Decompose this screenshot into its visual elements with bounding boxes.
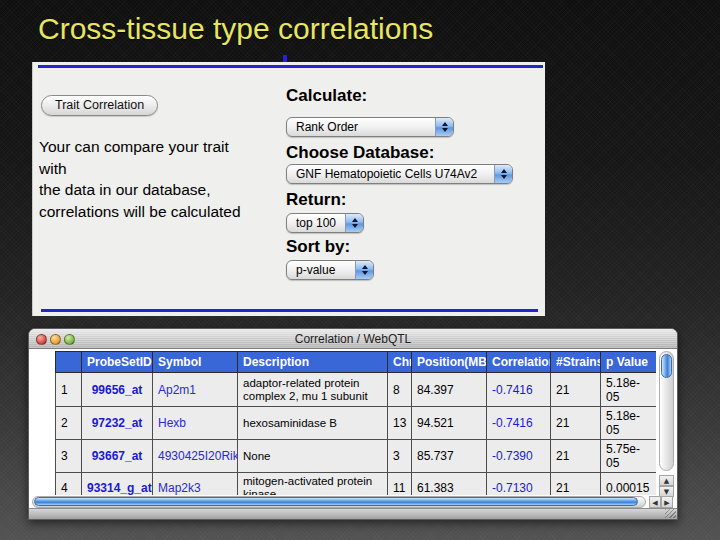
- correlation-link[interactable]: -0.7390: [487, 440, 551, 473]
- trait-correlation-button[interactable]: Trait Correlation: [41, 95, 158, 116]
- description-cell: adaptor-related protein complex 2, mu 1 …: [238, 373, 388, 407]
- symbol-link[interactable]: 4930425I20Rik: [153, 440, 238, 473]
- pvalue-cell: 0.00015: [601, 473, 657, 496]
- probeset-link[interactable]: 93314_g_at: [82, 473, 153, 496]
- sort-by-select-value: p-value: [296, 263, 335, 277]
- strains-cell: 21: [551, 373, 601, 407]
- header-pvalue: p Value: [601, 352, 657, 373]
- table-container: ProbeSetID Symbol Description Chr Positi…: [55, 351, 656, 495]
- vertical-scrollbar[interactable]: [659, 351, 674, 471]
- stepper-icon: [435, 118, 453, 136]
- row-index: 2: [56, 407, 82, 440]
- stepper-icon: [355, 261, 373, 279]
- return-label: Return:: [286, 190, 346, 210]
- table-row: 2 97232_at Hexb hexosaminidase B 13 94.5…: [56, 407, 657, 440]
- sort-by-label: Sort by:: [286, 237, 350, 257]
- position-cell: 84.397: [412, 373, 487, 407]
- row-index: 4: [56, 473, 82, 496]
- table-row: 3 93667_at 4930425I20Rik None 3 85.737 -…: [56, 440, 657, 473]
- scroll-up-icon[interactable]: ▲: [659, 475, 674, 486]
- position-cell: 61.383: [412, 473, 487, 496]
- window-title: Correlation / WebQTL: [29, 332, 677, 346]
- horizontal-scroll-arrows: ◀ ▶: [649, 496, 673, 508]
- vertical-scroll-arrows: ▲ ▼: [659, 475, 674, 497]
- stepper-icon: [345, 214, 363, 232]
- table-row: 1 99656_at Ap2m1 adaptor-related protein…: [56, 373, 657, 407]
- chr-cell: 3: [388, 440, 412, 473]
- symbol-link[interactable]: Map2k3: [153, 473, 238, 496]
- return-select[interactable]: top 100: [286, 213, 364, 233]
- calculate-select[interactable]: Rank Order: [286, 117, 454, 137]
- chr-cell: 11: [388, 473, 412, 496]
- correlation-results-table: ProbeSetID Symbol Description Chr Positi…: [55, 351, 656, 495]
- correlation-link[interactable]: -0.7416: [487, 373, 551, 407]
- header-index: [56, 352, 82, 373]
- row-index: 1: [56, 373, 82, 407]
- description-line: with: [39, 158, 289, 180]
- correlation-link[interactable]: -0.7416: [487, 407, 551, 440]
- description-cell: hexosaminidase B: [238, 407, 388, 440]
- stepper-icon: [494, 165, 512, 183]
- strains-cell: 21: [551, 407, 601, 440]
- position-cell: 85.737: [412, 440, 487, 473]
- chr-cell: 13: [388, 407, 412, 440]
- resize-grip[interactable]: [665, 509, 676, 518]
- description-line: Your can compare your trait: [39, 136, 289, 158]
- strains-cell: 21: [551, 440, 601, 473]
- slide-background: Cross-tissue type correlations Trait Cor…: [0, 0, 720, 540]
- header-position: Position(MB): [412, 352, 487, 373]
- header-chr: Chr: [388, 352, 412, 373]
- form-fields: Calculate: Rank Order Choose Database: G…: [286, 62, 541, 316]
- table-row: 4 93314_g_at Map2k3 mitogen-activated pr…: [56, 473, 657, 496]
- horizontal-scrollbar[interactable]: [32, 496, 646, 508]
- window-titlebar[interactable]: Correlation / WebQTL: [29, 329, 677, 349]
- pvalue-cell: 5.18e-05: [601, 373, 657, 407]
- description-cell: None: [238, 440, 388, 473]
- position-cell: 94.521: [412, 407, 487, 440]
- horizontal-scrollbar-thumb[interactable]: [34, 497, 638, 506]
- header-description: Description: [238, 352, 388, 373]
- slide-title: Cross-tissue type correlations: [38, 12, 433, 46]
- row-index: 3: [56, 440, 82, 473]
- description-line: the data in our database,: [39, 179, 289, 201]
- return-select-value: top 100: [296, 216, 336, 230]
- scroll-left-icon[interactable]: ◀: [649, 496, 661, 508]
- description-line: correlations will be calculated: [39, 201, 289, 223]
- form-description: Your can compare your trait with the dat…: [39, 136, 289, 222]
- pvalue-cell: 5.18e-05: [601, 407, 657, 440]
- correlation-link[interactable]: -0.7130: [487, 473, 551, 496]
- header-probesetid: ProbeSetID: [82, 352, 153, 373]
- window-bottom-edge: [29, 508, 677, 519]
- database-select-value: GNF Hematopoietic Cells U74Av2: [296, 167, 477, 181]
- scroll-right-icon[interactable]: ▶: [661, 496, 673, 508]
- probeset-link[interactable]: 93667_at: [82, 440, 153, 473]
- strains-cell: 21: [551, 473, 601, 496]
- header-symbol: Symbol: [153, 352, 238, 373]
- header-correlation: Correlation: [487, 352, 551, 373]
- probeset-link[interactable]: 97232_at: [82, 407, 153, 440]
- database-select[interactable]: GNF Hematopoietic Cells U74Av2: [286, 164, 513, 184]
- correlation-form-panel: Trait Correlation Your can compare your …: [32, 62, 545, 316]
- calculate-select-value: Rank Order: [296, 120, 358, 134]
- symbol-link[interactable]: Ap2m1: [153, 373, 238, 407]
- description-cell: mitogen-activated protein kinase: [238, 473, 388, 496]
- table-header-row: ProbeSetID Symbol Description Chr Positi…: [56, 352, 657, 373]
- choose-database-label: Choose Database:: [286, 143, 434, 163]
- symbol-link[interactable]: Hexb: [153, 407, 238, 440]
- sort-by-select[interactable]: p-value: [286, 260, 374, 280]
- pvalue-cell: 5.75e-05: [601, 440, 657, 473]
- calculate-label: Calculate:: [286, 86, 367, 106]
- probeset-link[interactable]: 99656_at: [82, 373, 153, 407]
- header-strains: #Strains: [551, 352, 601, 373]
- window-content: ProbeSetID Symbol Description Chr Positi…: [29, 349, 677, 519]
- chr-cell: 8: [388, 373, 412, 407]
- vertical-scrollbar-thumb[interactable]: [661, 354, 672, 378]
- correlation-window: Correlation / WebQTL ProbeSetID Symbol: [28, 328, 678, 520]
